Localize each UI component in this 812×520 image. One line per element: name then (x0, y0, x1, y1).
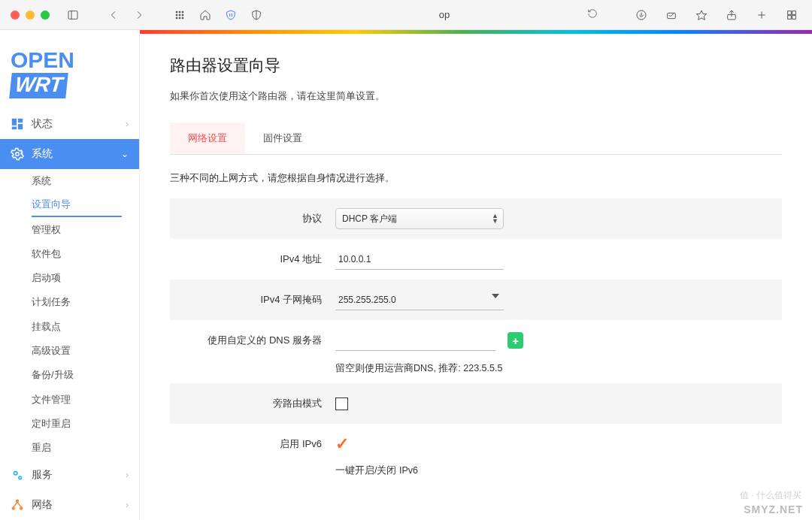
svg-point-5 (176, 14, 177, 16)
dns-input[interactable] (335, 330, 495, 351)
browser-titlebar: op (0, 0, 812, 30)
select-caret-icon: ▲▼ (492, 213, 498, 224)
svg-point-2 (176, 11, 177, 13)
svg-point-3 (179, 11, 180, 13)
shield-pause-icon[interactable] (221, 5, 241, 25)
main-panel: 路由器设置向导 如果你首次使用这个路由器，请在这里简单设置。 网络设置 固件设置… (140, 34, 812, 520)
sidebar-sub-files[interactable]: 文件管理 (0, 387, 139, 411)
sidebar-sub-mounts[interactable]: 挂载点 (0, 315, 139, 339)
sidebar-sub-backup[interactable]: 备份/升级 (0, 363, 139, 387)
svg-point-32 (12, 507, 14, 509)
shield-half-icon[interactable] (247, 5, 266, 25)
watermark-site: SMYZ.NET (744, 503, 803, 515)
label-ipv6: 启用 IPv6 (170, 437, 335, 451)
sidebar-label: 网络 (32, 498, 53, 512)
svg-rect-24 (12, 119, 17, 125)
row-dns: 使用自定义的 DNS 服务器 + (170, 320, 782, 361)
page-title: 路由器设置向导 (170, 55, 782, 76)
form-description: 三种不同的上网方式，请您根据自身情况进行选择。 (170, 171, 782, 185)
sidebar-sub-cron[interactable]: 计划任务 (0, 290, 139, 314)
window-controls (11, 11, 50, 20)
dropdown-caret-icon[interactable] (492, 294, 499, 298)
sidebar-label: 服务 (32, 468, 53, 482)
extension-icon[interactable] (662, 5, 681, 25)
sidebar-sub-admin[interactable]: 管理权 (0, 217, 139, 241)
svg-rect-23 (792, 15, 796, 19)
svg-point-9 (179, 17, 180, 19)
row-protocol: 协议 DHCP 客户端 ▲▼ (170, 198, 782, 239)
ipv6-hint: 一键开启/关闭 IPv6 (335, 464, 418, 477)
new-tab-icon[interactable] (752, 5, 771, 25)
tab-network-settings[interactable]: 网络设置 (170, 122, 245, 154)
label-ipv4-mask: IPv4 子网掩码 (170, 293, 335, 307)
sidebar-sub-reboot[interactable]: 重启 (0, 436, 139, 460)
back-button[interactable] (104, 5, 123, 25)
svg-line-35 (17, 502, 21, 507)
svg-rect-26 (18, 124, 23, 129)
sidebar-toggle-icon[interactable] (63, 5, 83, 25)
sidebar-item-status[interactable]: 状态 › (0, 109, 139, 139)
bypass-checkbox[interactable] (335, 398, 348, 410)
svg-point-8 (176, 17, 177, 19)
page-subtitle: 如果你首次使用这个路由器，请在这里简单设置。 (170, 89, 782, 103)
row-ipv4-address: IPv4 地址 (170, 239, 782, 280)
minimize-window-icon[interactable] (26, 11, 35, 20)
sidebar-label: 系统 (32, 147, 53, 161)
sidebar-sub-system[interactable]: 系统 (0, 169, 139, 193)
sidebar-item-system[interactable]: 系统 ⌄ (0, 139, 139, 169)
dns-hint: 留空则使用运营商DNS, 推荐: 223.5.5.5 (335, 362, 502, 375)
reload-icon[interactable] (587, 8, 598, 21)
sidebar-sub-advanced[interactable]: 高级设置 (0, 339, 139, 363)
sidebar-item-network[interactable]: 网络 › (0, 490, 139, 520)
toolbar-right (632, 5, 801, 25)
bookmark-star-icon[interactable] (692, 5, 711, 25)
gears-icon (11, 468, 24, 482)
sidebar-sub-autoreboot[interactable]: 定时重启 (0, 412, 139, 436)
label-protocol: 协议 (170, 212, 335, 225)
close-window-icon[interactable] (11, 11, 20, 20)
logo-wrt: WRT (9, 73, 68, 98)
sidebar-sub-software[interactable]: 软件包 (0, 242, 139, 266)
home-icon[interactable] (195, 5, 215, 25)
sidebar: OPENWRT 状态 › 系统 ⌄ 系统 设置向导 管理权 软件包 启动项 计划… (0, 34, 140, 520)
sidebar-item-services[interactable]: 服务 › (0, 460, 139, 490)
watermark-text: 值 · 什么值得买 (740, 489, 801, 502)
svg-point-7 (182, 14, 183, 16)
sidebar-label: 状态 (32, 117, 53, 131)
dashboard-icon (11, 117, 24, 131)
protocol-value: DHCP 客户端 (342, 213, 397, 225)
ipv4-mask-input[interactable] (335, 289, 504, 310)
add-dns-button[interactable]: + (508, 332, 523, 349)
label-dns: 使用自定义的 DNS 服务器 (170, 334, 335, 347)
svg-point-28 (16, 153, 20, 156)
tab-overview-icon[interactable] (782, 5, 801, 25)
forward-button[interactable] (129, 5, 149, 25)
tabs: 网络设置 固件设置 (170, 122, 782, 155)
ipv6-checked-icon[interactable]: ✓ (335, 434, 349, 454)
row-ipv6-hint: 一键开启/关闭 IPv6 (170, 464, 782, 485)
row-ipv4-mask: IPv4 子网掩码 (170, 280, 782, 320)
zoom-window-icon[interactable] (41, 11, 50, 20)
chevron-down-icon: ⌄ (121, 149, 129, 159)
logo[interactable]: OPENWRT (0, 34, 139, 109)
url-bar[interactable]: op (272, 5, 617, 25)
share-icon[interactable] (722, 5, 741, 25)
svg-rect-20 (788, 11, 792, 14)
downloads-icon[interactable] (632, 5, 651, 25)
sidebar-sub-wizard[interactable]: 设置向导 (32, 193, 122, 217)
tab-firmware-settings[interactable]: 固件设置 (245, 122, 320, 154)
label-bypass: 旁路由模式 (170, 397, 335, 410)
chevron-right-icon: › (126, 470, 129, 480)
svg-point-31 (17, 500, 19, 502)
svg-point-29 (14, 472, 18, 476)
grid-apps-icon[interactable] (170, 5, 189, 25)
svg-rect-21 (792, 11, 796, 14)
svg-marker-16 (696, 11, 706, 20)
ipv4-address-input[interactable] (335, 249, 504, 270)
svg-rect-25 (18, 119, 23, 122)
logo-open: OPEN (11, 47, 74, 72)
gear-icon (11, 147, 24, 161)
sidebar-sub-startup[interactable]: 启动项 (0, 266, 139, 290)
svg-point-33 (20, 507, 23, 509)
protocol-select[interactable]: DHCP 客户端 ▲▼ (335, 208, 504, 229)
